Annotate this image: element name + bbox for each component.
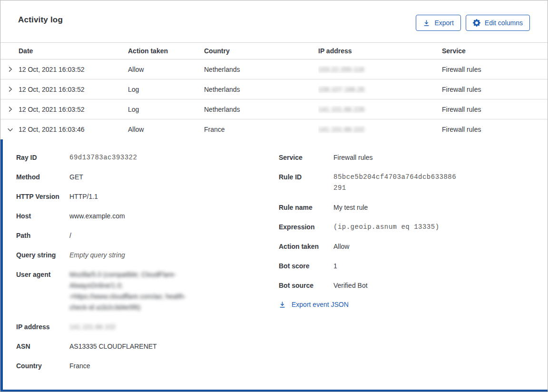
cell-ip-address-redacted: 109.107.166.26	[318, 86, 364, 93]
card-header: Activity log Export Edit columns	[0, 0, 548, 31]
export-event-json-label: Export event JSON	[292, 301, 349, 308]
detail-value: Empty query string	[69, 250, 279, 261]
detail-value: 69d13783ac393322	[69, 152, 279, 163]
detail-row-user-agent: User agent Mozilla/5.0 (compatible; Clou…	[16, 269, 279, 313]
cell-country: Netherlands	[204, 66, 318, 73]
column-header-date: Date	[19, 47, 128, 55]
detail-row-host: Host www.example.com	[16, 211, 279, 222]
export-button[interactable]: Export	[416, 15, 460, 31]
cell-action-taken: Allow	[128, 126, 204, 133]
detail-label: IP address	[16, 322, 69, 333]
detail-left-column: Ray ID 69d13783ac393322 Method GET HTTP …	[16, 152, 279, 380]
cell-country: Netherlands	[204, 86, 318, 93]
detail-row-method: Method GET	[16, 172, 279, 183]
detail-row-path: Path /	[16, 230, 279, 241]
cell-service: Firewall rules	[442, 106, 548, 113]
edit-columns-button[interactable]: Edit columns	[466, 15, 530, 31]
table-row[interactable]: 12 Oct, 2021 16:03:52 Log Netherlands 10…	[0, 79, 548, 99]
detail-row-rule-name: Rule name My test rule	[279, 202, 533, 213]
detail-value: 85bce5b204cf4703a764dcb633886291	[333, 172, 458, 194]
detail-row-query-string: Query string Empty query string	[16, 250, 279, 261]
detail-row-http-version: HTTP Version HTTP/1.1	[16, 191, 279, 202]
cell-date: 12 Oct, 2021 16:03:52	[19, 66, 128, 73]
activity-log-card: Activity log Export Edit columns	[0, 0, 548, 392]
chevron-down-icon[interactable]	[0, 126, 19, 133]
detail-value: Allow	[333, 241, 533, 252]
page-title: Activity log	[18, 15, 63, 25]
detail-row-bot-score: Bot score 1	[279, 261, 533, 272]
download-icon	[279, 301, 286, 308]
edit-columns-button-label: Edit columns	[485, 19, 523, 27]
cell-date: 12 Oct, 2021 16:03:52	[19, 106, 128, 113]
detail-label: Rule ID	[279, 172, 333, 194]
export-button-label: Export	[434, 19, 453, 27]
detail-value: Firewall rules	[333, 152, 533, 163]
cell-action-taken: Log	[128, 106, 204, 113]
detail-value-redacted: 141.101.66.102	[69, 323, 116, 331]
detail-value: HTTP/1.1	[69, 191, 279, 202]
table-row-expanded[interactable]: 12 Oct, 2021 16:03:46 Allow France 141.1…	[0, 119, 548, 139]
cell-action-taken: Log	[128, 86, 204, 93]
detail-row-bot-source: Bot source Verified Bot	[279, 280, 533, 291]
cell-ip-address-redacted: 103.22.200.118	[318, 66, 364, 73]
table-header-row: Date Action taken Country IP address Ser…	[0, 42, 548, 59]
detail-label: HTTP Version	[16, 191, 69, 202]
table-row[interactable]: 12 Oct, 2021 16:03:52 Log Netherlands 14…	[0, 99, 548, 119]
gear-icon	[473, 19, 480, 27]
detail-right-column: Service Firewall rules Rule ID 85bce5b20…	[279, 152, 533, 380]
detail-value: 1	[333, 261, 533, 272]
cell-ip-address-redacted: 141.101.66.226	[318, 106, 364, 113]
detail-label: Rule name	[279, 202, 333, 213]
cell-service: Firewall rules	[442, 66, 548, 73]
column-header-country: Country	[204, 47, 318, 55]
cell-action-taken: Allow	[128, 66, 204, 73]
detail-row-asn: ASN AS13335 CLOUDFLARENET	[16, 341, 279, 352]
detail-value: My test rule	[333, 202, 533, 213]
detail-value: GET	[69, 172, 279, 183]
detail-row-country: Country France	[16, 361, 279, 372]
detail-row-expression: Expression (ip.geoip.asnum eq 13335)	[279, 222, 533, 233]
detail-label: Query string	[16, 250, 69, 261]
cell-date: 12 Oct, 2021 16:03:46	[19, 126, 128, 133]
detail-value: www.example.com	[69, 211, 279, 222]
detail-label: User agent	[16, 269, 69, 313]
detail-value: France	[69, 361, 279, 372]
detail-value-redacted: Mozilla/5.0 (compatible; CloudFlare-Alwa…	[69, 269, 205, 313]
cell-ip-address-redacted: 141.101.66.102	[318, 126, 364, 133]
chevron-right-icon[interactable]	[0, 106, 19, 113]
chevron-right-icon[interactable]	[0, 66, 19, 73]
table-row[interactable]: 12 Oct, 2021 16:03:52 Allow Netherlands …	[0, 59, 548, 79]
detail-value: /	[69, 230, 279, 241]
detail-label: ASN	[16, 341, 69, 352]
detail-row-rule-id: Rule ID 85bce5b204cf4703a764dcb633886291	[279, 172, 533, 194]
cell-service: Firewall rules	[442, 126, 548, 133]
detail-label: Bot source	[279, 280, 333, 291]
column-header-service: Service	[442, 47, 548, 55]
detail-label: Service	[279, 152, 333, 163]
expanded-event-detail-panel: Ray ID 69d13783ac393322 Method GET HTTP …	[0, 139, 548, 392]
export-event-json-link[interactable]: Export event JSON	[279, 301, 349, 308]
chevron-right-icon[interactable]	[0, 86, 19, 93]
column-header-action-taken: Action taken	[128, 47, 204, 55]
detail-row-service: Service Firewall rules	[279, 152, 533, 163]
cell-service: Firewall rules	[442, 86, 548, 93]
detail-value: AS13335 CLOUDFLARENET	[69, 341, 279, 352]
detail-label: Expression	[279, 222, 333, 233]
download-icon	[423, 20, 430, 27]
detail-label: Method	[16, 172, 69, 183]
cell-date: 12 Oct, 2021 16:03:52	[19, 86, 128, 93]
detail-value: Verified Bot	[333, 280, 533, 291]
column-header-ip-address: IP address	[318, 47, 442, 55]
detail-row-action-taken: Action taken Allow	[279, 241, 533, 252]
detail-label: Bot score	[279, 261, 333, 272]
detail-label: Host	[16, 211, 69, 222]
detail-label: Ray ID	[16, 152, 69, 163]
cell-country: France	[204, 126, 318, 133]
activity-log-table: Date Action taken Country IP address Ser…	[0, 42, 548, 139]
detail-label: Action taken	[279, 241, 333, 252]
detail-row-ray-id: Ray ID 69d13783ac393322	[16, 152, 279, 163]
detail-label: Path	[16, 230, 69, 241]
detail-row-ip-address: IP address 141.101.66.102	[16, 322, 279, 333]
header-actions: Export Edit columns	[416, 15, 530, 31]
cell-country: Netherlands	[204, 106, 318, 113]
